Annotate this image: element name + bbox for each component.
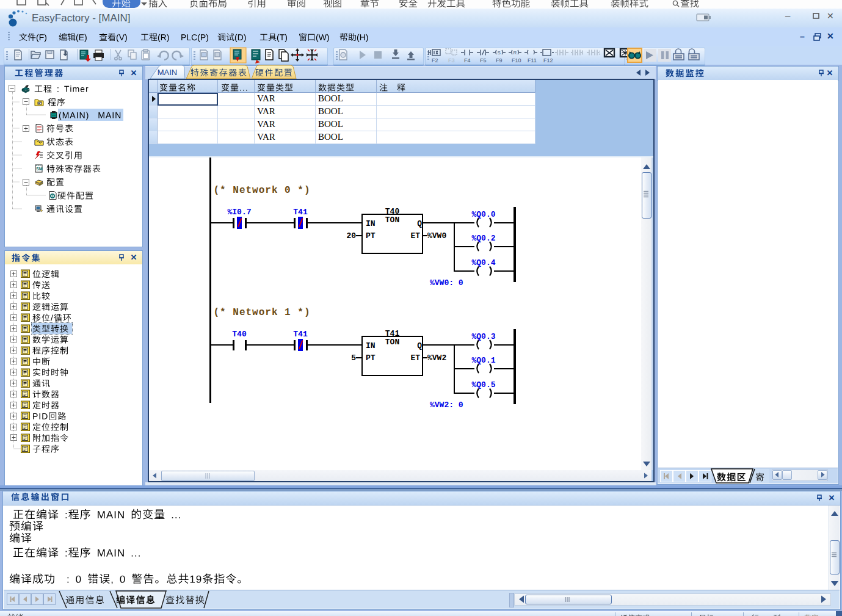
svg-text:%VW0: 0: %VW0: 0 — [430, 278, 463, 288]
svg-text:Q: Q — [417, 219, 422, 228]
svg-text:F3: F3 — [448, 57, 455, 63]
svg-text:IN: IN — [366, 341, 376, 350]
svg-text:TON: TON — [385, 338, 399, 347]
svg-text:ET: ET — [410, 353, 420, 363]
svg-text:20: 20 — [346, 231, 356, 241]
svg-text:F9: F9 — [496, 57, 503, 63]
svg-text:Q: Q — [417, 341, 422, 350]
svg-text:F2: F2 — [432, 57, 438, 63]
svg-text:(* Network 1 *): (* Network 1 *) — [214, 307, 310, 318]
svg-text:PT: PT — [366, 353, 376, 363]
svg-text:T40: T40 — [385, 207, 400, 216]
svg-text:MAIN: MAIN — [158, 68, 178, 77]
svg-text:%VW2: 0: %VW2: 0 — [430, 400, 463, 410]
svg-text:%VW2: %VW2 — [427, 353, 446, 363]
svg-text:%I0.7: %I0.7 — [227, 208, 251, 217]
svg-text:TON: TON — [385, 216, 399, 225]
svg-text:F11: F11 — [528, 57, 537, 63]
svg-text:%Q0.5: %Q0.5 — [471, 380, 495, 390]
svg-text:ET: ET — [410, 231, 420, 241]
svg-text:T41: T41 — [293, 208, 308, 217]
svg-text:%Q0.2: %Q0.2 — [471, 234, 495, 243]
svg-text:F12: F12 — [543, 57, 553, 63]
svg-text:(* Network 0 *): (* Network 0 *) — [214, 185, 310, 196]
svg-text:SM: SM — [36, 167, 43, 171]
svg-text:IN: IN — [366, 219, 376, 228]
svg-text:%Q0.4: %Q0.4 — [471, 258, 495, 267]
svg-text:R: R — [514, 50, 517, 56]
svg-text:T41: T41 — [385, 329, 400, 338]
svg-text:T40: T40 — [232, 330, 247, 339]
svg-text:%Q0.3: %Q0.3 — [471, 332, 495, 341]
svg-text:%Q0.1: %Q0.1 — [471, 356, 495, 365]
svg-text:F5: F5 — [480, 57, 487, 63]
svg-text:%Q0.0: %Q0.0 — [471, 210, 495, 219]
svg-text:PT: PT — [366, 231, 376, 241]
svg-text:5: 5 — [351, 353, 356, 363]
svg-text:F4: F4 — [464, 57, 471, 63]
svg-text:S: S — [498, 50, 501, 56]
svg-text:F10: F10 — [512, 57, 521, 63]
svg-text:T41: T41 — [293, 330, 308, 339]
svg-text:%VW0: %VW0 — [427, 231, 446, 241]
